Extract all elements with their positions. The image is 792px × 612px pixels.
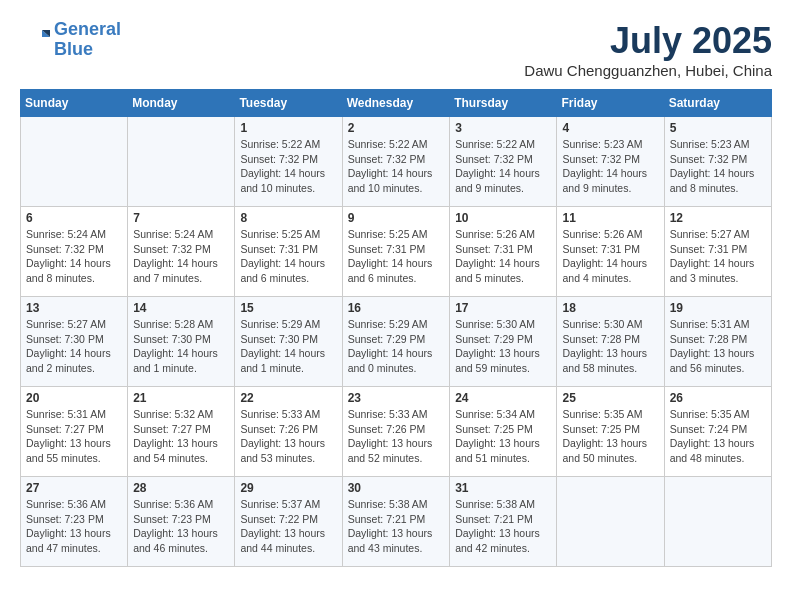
calendar-cell: 4Sunrise: 5:23 AMSunset: 7:32 PMDaylight… [557, 117, 664, 207]
calendar-cell [128, 117, 235, 207]
calendar-header: SundayMondayTuesdayWednesdayThursdayFrid… [21, 90, 772, 117]
calendar-cell: 16Sunrise: 5:29 AMSunset: 7:29 PMDayligh… [342, 297, 450, 387]
day-number: 26 [670, 391, 766, 405]
day-number: 20 [26, 391, 122, 405]
day-info: Sunrise: 5:30 AMSunset: 7:29 PMDaylight:… [455, 317, 551, 376]
weekday-header-tuesday: Tuesday [235, 90, 342, 117]
page-header: General Blue July 2025 Dawu Chengguanzhe… [20, 20, 772, 79]
location: Dawu Chengguanzhen, Hubei, China [524, 62, 772, 79]
calendar-cell: 29Sunrise: 5:37 AMSunset: 7:22 PMDayligh… [235, 477, 342, 567]
day-number: 6 [26, 211, 122, 225]
day-number: 10 [455, 211, 551, 225]
day-info: Sunrise: 5:33 AMSunset: 7:26 PMDaylight:… [240, 407, 336, 466]
day-info: Sunrise: 5:24 AMSunset: 7:32 PMDaylight:… [26, 227, 122, 286]
calendar-cell: 6Sunrise: 5:24 AMSunset: 7:32 PMDaylight… [21, 207, 128, 297]
weekday-header-thursday: Thursday [450, 90, 557, 117]
calendar-week-5: 27Sunrise: 5:36 AMSunset: 7:23 PMDayligh… [21, 477, 772, 567]
day-number: 16 [348, 301, 445, 315]
day-number: 28 [133, 481, 229, 495]
calendar-cell: 17Sunrise: 5:30 AMSunset: 7:29 PMDayligh… [450, 297, 557, 387]
day-number: 2 [348, 121, 445, 135]
calendar-table: SundayMondayTuesdayWednesdayThursdayFrid… [20, 89, 772, 567]
day-number: 8 [240, 211, 336, 225]
day-info: Sunrise: 5:22 AMSunset: 7:32 PMDaylight:… [348, 137, 445, 196]
day-info: Sunrise: 5:28 AMSunset: 7:30 PMDaylight:… [133, 317, 229, 376]
weekday-header-saturday: Saturday [664, 90, 771, 117]
weekday-header-row: SundayMondayTuesdayWednesdayThursdayFrid… [21, 90, 772, 117]
day-info: Sunrise: 5:34 AMSunset: 7:25 PMDaylight:… [455, 407, 551, 466]
weekday-header-sunday: Sunday [21, 90, 128, 117]
day-info: Sunrise: 5:38 AMSunset: 7:21 PMDaylight:… [455, 497, 551, 556]
calendar-cell: 3Sunrise: 5:22 AMSunset: 7:32 PMDaylight… [450, 117, 557, 207]
calendar-cell: 13Sunrise: 5:27 AMSunset: 7:30 PMDayligh… [21, 297, 128, 387]
calendar-cell: 15Sunrise: 5:29 AMSunset: 7:30 PMDayligh… [235, 297, 342, 387]
day-number: 23 [348, 391, 445, 405]
logo: General Blue [20, 20, 121, 60]
day-number: 15 [240, 301, 336, 315]
calendar-cell: 19Sunrise: 5:31 AMSunset: 7:28 PMDayligh… [664, 297, 771, 387]
day-number: 21 [133, 391, 229, 405]
day-number: 3 [455, 121, 551, 135]
calendar-cell: 9Sunrise: 5:25 AMSunset: 7:31 PMDaylight… [342, 207, 450, 297]
logo-text: General Blue [54, 20, 121, 60]
day-info: Sunrise: 5:36 AMSunset: 7:23 PMDaylight:… [133, 497, 229, 556]
calendar-cell [664, 477, 771, 567]
calendar-cell: 18Sunrise: 5:30 AMSunset: 7:28 PMDayligh… [557, 297, 664, 387]
calendar-cell: 31Sunrise: 5:38 AMSunset: 7:21 PMDayligh… [450, 477, 557, 567]
day-number: 11 [562, 211, 658, 225]
day-number: 19 [670, 301, 766, 315]
calendar-cell: 24Sunrise: 5:34 AMSunset: 7:25 PMDayligh… [450, 387, 557, 477]
day-info: Sunrise: 5:22 AMSunset: 7:32 PMDaylight:… [240, 137, 336, 196]
logo-icon [20, 25, 50, 55]
calendar-cell: 5Sunrise: 5:23 AMSunset: 7:32 PMDaylight… [664, 117, 771, 207]
day-number: 13 [26, 301, 122, 315]
day-info: Sunrise: 5:33 AMSunset: 7:26 PMDaylight:… [348, 407, 445, 466]
day-number: 27 [26, 481, 122, 495]
day-info: Sunrise: 5:30 AMSunset: 7:28 PMDaylight:… [562, 317, 658, 376]
calendar-week-2: 6Sunrise: 5:24 AMSunset: 7:32 PMDaylight… [21, 207, 772, 297]
day-number: 31 [455, 481, 551, 495]
calendar-cell: 21Sunrise: 5:32 AMSunset: 7:27 PMDayligh… [128, 387, 235, 477]
calendar-cell: 30Sunrise: 5:38 AMSunset: 7:21 PMDayligh… [342, 477, 450, 567]
calendar-cell: 14Sunrise: 5:28 AMSunset: 7:30 PMDayligh… [128, 297, 235, 387]
calendar-cell: 22Sunrise: 5:33 AMSunset: 7:26 PMDayligh… [235, 387, 342, 477]
day-number: 1 [240, 121, 336, 135]
calendar-cell: 23Sunrise: 5:33 AMSunset: 7:26 PMDayligh… [342, 387, 450, 477]
weekday-header-friday: Friday [557, 90, 664, 117]
day-info: Sunrise: 5:27 AMSunset: 7:31 PMDaylight:… [670, 227, 766, 286]
day-info: Sunrise: 5:22 AMSunset: 7:32 PMDaylight:… [455, 137, 551, 196]
day-number: 12 [670, 211, 766, 225]
day-info: Sunrise: 5:27 AMSunset: 7:30 PMDaylight:… [26, 317, 122, 376]
day-number: 18 [562, 301, 658, 315]
weekday-header-monday: Monday [128, 90, 235, 117]
day-info: Sunrise: 5:36 AMSunset: 7:23 PMDaylight:… [26, 497, 122, 556]
calendar-cell: 8Sunrise: 5:25 AMSunset: 7:31 PMDaylight… [235, 207, 342, 297]
day-info: Sunrise: 5:37 AMSunset: 7:22 PMDaylight:… [240, 497, 336, 556]
calendar-cell: 10Sunrise: 5:26 AMSunset: 7:31 PMDayligh… [450, 207, 557, 297]
day-info: Sunrise: 5:23 AMSunset: 7:32 PMDaylight:… [562, 137, 658, 196]
day-info: Sunrise: 5:26 AMSunset: 7:31 PMDaylight:… [455, 227, 551, 286]
calendar-cell: 2Sunrise: 5:22 AMSunset: 7:32 PMDaylight… [342, 117, 450, 207]
day-number: 29 [240, 481, 336, 495]
day-number: 7 [133, 211, 229, 225]
title-section: July 2025 Dawu Chengguanzhen, Hubei, Chi… [524, 20, 772, 79]
calendar-body: 1Sunrise: 5:22 AMSunset: 7:32 PMDaylight… [21, 117, 772, 567]
calendar-cell: 25Sunrise: 5:35 AMSunset: 7:25 PMDayligh… [557, 387, 664, 477]
calendar-week-4: 20Sunrise: 5:31 AMSunset: 7:27 PMDayligh… [21, 387, 772, 477]
calendar-cell: 7Sunrise: 5:24 AMSunset: 7:32 PMDaylight… [128, 207, 235, 297]
day-info: Sunrise: 5:24 AMSunset: 7:32 PMDaylight:… [133, 227, 229, 286]
calendar-cell: 28Sunrise: 5:36 AMSunset: 7:23 PMDayligh… [128, 477, 235, 567]
day-info: Sunrise: 5:31 AMSunset: 7:28 PMDaylight:… [670, 317, 766, 376]
day-number: 22 [240, 391, 336, 405]
day-info: Sunrise: 5:29 AMSunset: 7:30 PMDaylight:… [240, 317, 336, 376]
weekday-header-wednesday: Wednesday [342, 90, 450, 117]
day-number: 24 [455, 391, 551, 405]
day-number: 17 [455, 301, 551, 315]
logo-line1: General [54, 19, 121, 39]
day-info: Sunrise: 5:26 AMSunset: 7:31 PMDaylight:… [562, 227, 658, 286]
day-info: Sunrise: 5:29 AMSunset: 7:29 PMDaylight:… [348, 317, 445, 376]
calendar-cell: 27Sunrise: 5:36 AMSunset: 7:23 PMDayligh… [21, 477, 128, 567]
day-info: Sunrise: 5:25 AMSunset: 7:31 PMDaylight:… [348, 227, 445, 286]
day-number: 30 [348, 481, 445, 495]
logo-line2: Blue [54, 39, 93, 59]
